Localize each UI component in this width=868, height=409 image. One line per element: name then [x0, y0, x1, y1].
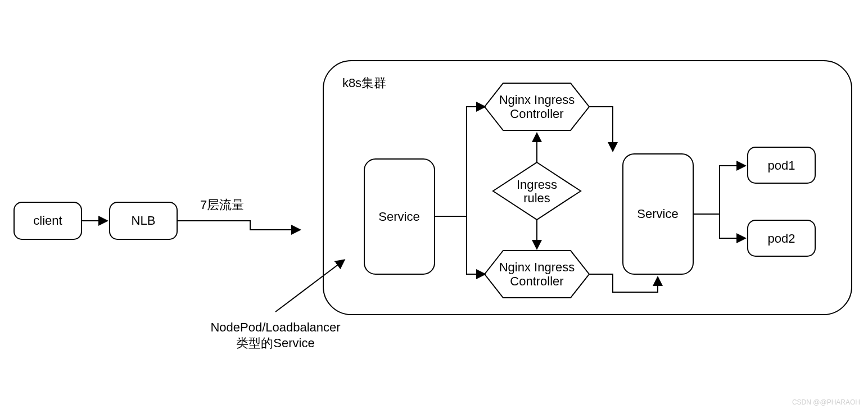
nginx-bottom-label-1: Nginx Ingress: [499, 260, 575, 274]
arrow-service-to-nginx-bottom: [467, 216, 485, 274]
arrow-nginx-bottom-to-service: [589, 274, 658, 292]
arrow-nginx-top-to-service: [589, 107, 613, 151]
arrow-nlb-to-cluster: [177, 221, 300, 230]
arrow-service-to-pod1: [693, 166, 745, 214]
arrow-service-to-nginx-top: [435, 107, 485, 216]
note-label-1: NodePod/Loadbalancer: [210, 320, 340, 334]
diagram-canvas: client NLB 7层流量 k8s集群 Service Nginx Ingr…: [0, 0, 868, 409]
watermark-text: CSDN @@PHARAOH: [792, 398, 860, 406]
ingress-rules-label-1: Ingress: [517, 178, 557, 192]
arrow-service-to-pod2: [720, 214, 745, 238]
pod2-label: pod2: [768, 231, 795, 246]
service-right-label: Service: [637, 207, 678, 221]
note-label-2: 类型的Service: [236, 336, 314, 350]
nginx-top-label-2: Controller: [510, 107, 563, 121]
ingress-rules-label-2: rules: [523, 191, 550, 205]
nginx-bottom-label-2: Controller: [510, 274, 563, 288]
nlb-label: NLB: [132, 213, 156, 228]
client-label: client: [33, 213, 62, 228]
traffic-label: 7层流量: [200, 198, 244, 212]
cluster-title: k8s集群: [342, 76, 386, 90]
nginx-top-label-1: Nginx Ingress: [499, 93, 575, 107]
pod1-label: pod1: [768, 158, 795, 172]
service-left-label: Service: [378, 210, 419, 224]
arrow-note-to-service: [275, 260, 344, 312]
